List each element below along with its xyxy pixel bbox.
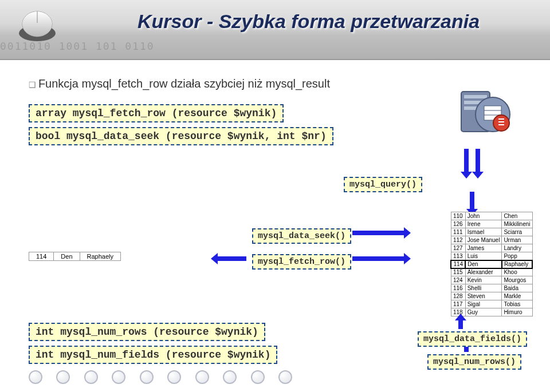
arrow	[470, 192, 474, 209]
arrow	[464, 149, 469, 172]
label-fetch-row: mysql_fetch_row()	[252, 254, 351, 270]
cell: 114	[29, 252, 54, 261]
cell: Khoo	[502, 268, 532, 276]
dot	[112, 370, 125, 384]
cell: Markle	[502, 292, 532, 300]
dot	[223, 370, 237, 384]
cell: Sciarra	[502, 228, 532, 236]
cell: 112	[451, 236, 465, 244]
signature-fetch-row: array mysql_fetch_row (resource $wynik)	[29, 104, 284, 122]
cell: 128	[451, 292, 465, 300]
cell: Urman	[502, 236, 532, 244]
signature-num-rows: int mysql_num_rows (resource $wynik)	[29, 323, 265, 341]
label-data-fields: mysql_data_fields()	[418, 331, 527, 347]
cell: Tobias	[502, 300, 532, 308]
cell: 111	[451, 228, 465, 236]
cell: 110	[451, 212, 465, 220]
cell: Kevin	[465, 276, 502, 284]
dot	[29, 370, 42, 384]
cell: Himuro	[502, 308, 532, 316]
arrow	[458, 320, 463, 329]
cell: John	[465, 212, 502, 220]
arrow	[218, 256, 246, 261]
cell: Raphaely	[80, 252, 120, 261]
cell: Baida	[502, 284, 532, 292]
cell: 126	[451, 220, 465, 228]
cell: Alexander	[465, 268, 502, 276]
cell: Steven	[465, 292, 502, 300]
slide-header: 0011010 1001 101 0110 Kursor - Szybka fo…	[0, 0, 550, 60]
cell: Sigal	[465, 300, 502, 308]
cell: Chen	[502, 212, 532, 220]
signature-num-fields: int mysql_num_fields (resource $wynik)	[29, 346, 277, 364]
pagination-dots	[29, 370, 304, 386]
dot	[251, 370, 265, 384]
cell: Raphaely	[502, 260, 532, 268]
cell: Ismael	[465, 228, 502, 236]
cell: Shelli	[465, 284, 502, 292]
cell: Luis	[465, 252, 502, 260]
cell: Popp	[502, 252, 532, 260]
page-title: Kursor - Szybka forma przetwarzania	[138, 10, 480, 33]
cell: Den	[465, 260, 502, 268]
cell: 127	[451, 244, 465, 252]
data-table: 110JohnChen126IreneMikkilineni111IsmaelS…	[450, 212, 533, 316]
cell: 115	[451, 268, 465, 276]
cell: 117	[451, 300, 465, 308]
cell: 114	[451, 260, 465, 268]
cell: Mourgos	[502, 276, 532, 284]
cell: Irene	[465, 220, 502, 228]
arrow	[476, 149, 480, 172]
dot	[278, 370, 292, 384]
dot	[84, 370, 98, 384]
cell: Guy	[465, 308, 502, 316]
signature-data-seek: bool mysql_data_seek (resource $wynik, i…	[29, 127, 333, 145]
bullet-description: Funkcja mysql_fetch_row działa szybciej …	[29, 77, 521, 90]
dot	[167, 370, 181, 384]
cell: 124	[451, 276, 465, 284]
cell: 113	[451, 252, 465, 260]
cell: Jose Manuel	[465, 236, 502, 244]
cell: Mikkilineni	[502, 220, 532, 228]
single-row-result: 114 Den Raphaely	[29, 252, 121, 261]
dot	[56, 370, 70, 384]
binary-decoration: 0011010 1001 101 0110	[0, 40, 201, 60]
label-mysql-query: mysql_query()	[344, 177, 422, 192]
arrow	[352, 256, 404, 261]
dot	[140, 370, 154, 384]
cell: 116	[451, 284, 465, 292]
cell: James	[465, 244, 502, 252]
arrow	[352, 231, 404, 235]
dot	[195, 370, 209, 384]
cell: Landry	[502, 244, 532, 252]
label-num-rows: mysql_num_rows()	[427, 354, 521, 370]
label-data-seek: mysql_data_seek()	[252, 228, 351, 244]
cell: Den	[54, 252, 80, 261]
